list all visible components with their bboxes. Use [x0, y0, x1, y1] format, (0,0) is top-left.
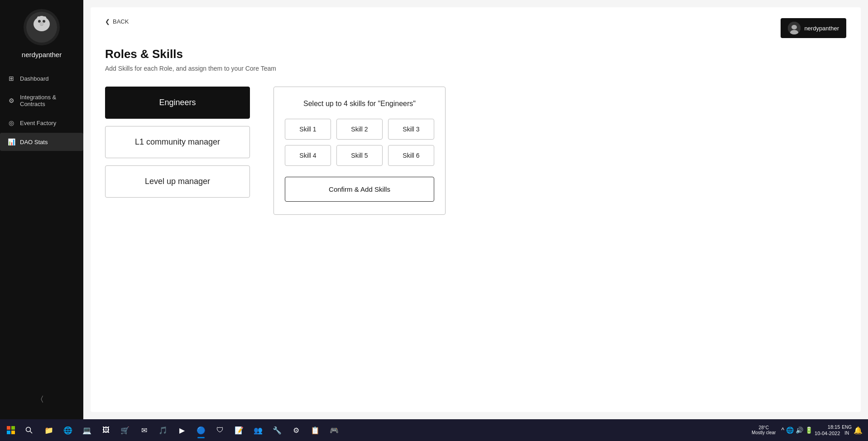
profile-name: nerdypanther [804, 25, 839, 32]
weather-temp: 28°C [759, 425, 769, 430]
sidebar-logo [24, 9, 60, 45]
clock-time: 18:15 [815, 424, 840, 430]
app-container: nerdypanther ⊞ Dashboard ⚙ Integrations … [0, 0, 868, 419]
svg-rect-13 [7, 431, 10, 434]
weather-desc: Mostly clear [752, 430, 776, 435]
language-label: ENG [842, 424, 852, 430]
sidebar-nav: ⊞ Dashboard ⚙ Integrations &Contracts ◎ … [0, 69, 83, 151]
chevron-left-icon: ❮ [105, 18, 110, 25]
skills-panel: Select up to 4 skills for "Engineers" Sk… [273, 87, 446, 215]
skill-3[interactable]: Skill 3 [388, 119, 434, 140]
role-engineers[interactable]: Engineers [105, 87, 250, 119]
chevron-left-icon: 〈 [41, 395, 43, 403]
back-label: BACK [113, 18, 129, 25]
sidebar-item-dashboard[interactable]: ⊞ Dashboard [0, 69, 83, 87]
battery-icon[interactable]: 🔋 [805, 426, 813, 434]
taskbar-app-code[interactable]: 📝 [230, 421, 248, 439]
taskbar-app-photos[interactable]: 🖼 [97, 421, 115, 439]
skill-6[interactable]: Skill 6 [388, 145, 434, 166]
taskbar-app-store[interactable]: 🛒 [116, 421, 134, 439]
taskbar-app-terminal[interactable]: 💻 [78, 421, 96, 439]
taskbar-app-vpn[interactable]: 🛡 [211, 421, 229, 439]
weather-widget[interactable]: 28°C Mostly clear [752, 425, 776, 435]
sidebar-username: nerdypanther [22, 51, 62, 58]
integrations-icon: ⚙ [7, 97, 15, 104]
confirm-add-skills-button[interactable]: Confirm & Add Skills [285, 177, 434, 202]
avatar [788, 22, 801, 34]
svg-rect-12 [11, 426, 15, 430]
svg-rect-11 [7, 426, 10, 430]
sidebar-item-integrations[interactable]: ⚙ Integrations &Contracts [0, 88, 83, 113]
sidebar-item-event-factory[interactable]: ◎ Event Factory [0, 114, 83, 132]
volume-icon[interactable]: 🔊 [796, 426, 803, 434]
start-button[interactable] [2, 421, 20, 439]
page-title: Roles & Skills [105, 47, 846, 61]
dao-stats-icon: 📊 [7, 138, 15, 145]
taskbar-app-settings[interactable]: ⚙ [287, 421, 305, 439]
profile-button[interactable]: nerdypanther [781, 18, 846, 38]
svg-rect-14 [11, 431, 15, 434]
taskbar-clock[interactable]: 18:15 10-04-2022 [815, 424, 840, 437]
chevron-up-icon[interactable]: ^ [781, 426, 784, 434]
two-col-layout: Engineers L1 community manager Level up … [105, 87, 846, 215]
sidebar: nerdypanther ⊞ Dashboard ⚙ Integrations … [0, 0, 83, 419]
notification-bell[interactable]: 🔔 [854, 426, 863, 435]
taskbar-app-teams[interactable]: 👥 [249, 421, 267, 439]
sidebar-collapse-button[interactable]: 〈 [0, 388, 83, 410]
skills-panel-title: Select up to 4 skills for "Engineers" [285, 100, 434, 108]
skill-5[interactable]: Skill 5 [336, 145, 383, 166]
clock-date: 10-04-2022 [815, 430, 840, 436]
taskbar-apps: 📁 🌐 💻 🖼 🛒 ✉ 🎵 ▶ 🔵 🛡 📝 👥 🔧 ⚙ 📋 🎮 [38, 421, 747, 439]
search-button[interactable] [21, 422, 37, 438]
tray-icons: ^ 🌐 🔊 🔋 [781, 426, 813, 434]
roles-column: Engineers L1 community manager Level up … [105, 87, 259, 198]
sidebar-item-integrations-label: Integrations &Contracts [20, 94, 56, 107]
svg-point-9 [791, 25, 797, 29]
sidebar-item-dao-stats[interactable]: 📊 DAO Stats [0, 133, 83, 151]
back-button[interactable]: ❮ BACK [105, 18, 129, 25]
svg-point-15 [26, 427, 31, 432]
taskbar-app-browser2[interactable]: 🔵 [192, 421, 210, 439]
taskbar-app-gaming[interactable]: 🎮 [325, 421, 343, 439]
taskbar-app-tools[interactable]: 🔧 [268, 421, 286, 439]
page-subtitle: Add Skills for each Role, and assign the… [105, 65, 846, 72]
role-level-up-manager[interactable]: Level up manager [105, 165, 250, 198]
network-icon[interactable]: 🌐 [786, 426, 794, 434]
language-indicator[interactable]: ENG IN [842, 424, 852, 436]
taskbar-tray: 28°C Mostly clear ^ 🌐 🔊 🔋 18:15 10-04-20… [748, 424, 866, 437]
sidebar-item-dashboard-label: Dashboard [20, 75, 49, 82]
sidebar-item-dao-stats-label: DAO Stats [20, 139, 48, 145]
taskbar-app-video[interactable]: ▶ [173, 421, 191, 439]
main-content: ❮ BACK nerdypanther Roles & Skills Add S… [83, 0, 868, 419]
skill-4[interactable]: Skill 4 [285, 145, 331, 166]
skill-2[interactable]: Skill 2 [336, 119, 383, 140]
role-l1-community-manager[interactable]: L1 community manager [105, 126, 250, 158]
taskbar: 📁 🌐 💻 🖼 🛒 ✉ 🎵 ▶ 🔵 🛡 📝 👥 🔧 ⚙ 📋 🎮 28°C Mos… [0, 419, 868, 441]
content-area: ❮ BACK nerdypanther Roles & Skills Add S… [91, 7, 861, 412]
sidebar-item-event-factory-label: Event Factory [20, 120, 56, 126]
skills-grid: Skill 1 Skill 2 Skill 3 Skill 4 Skill 5 … [285, 119, 434, 166]
region-label: IN [842, 430, 852, 436]
svg-line-16 [30, 431, 33, 434]
dashboard-icon: ⊞ [7, 75, 15, 82]
taskbar-app-mail[interactable]: ✉ [135, 421, 153, 439]
taskbar-app-files[interactable]: 📁 [40, 421, 58, 439]
taskbar-app-notion[interactable]: 📋 [306, 421, 324, 439]
event-factory-icon: ◎ [7, 119, 15, 126]
svg-point-7 [39, 22, 44, 25]
taskbar-app-browser[interactable]: 🌐 [59, 421, 77, 439]
skill-1[interactable]: Skill 1 [285, 119, 331, 140]
taskbar-app-spotify[interactable]: 🎵 [154, 421, 172, 439]
